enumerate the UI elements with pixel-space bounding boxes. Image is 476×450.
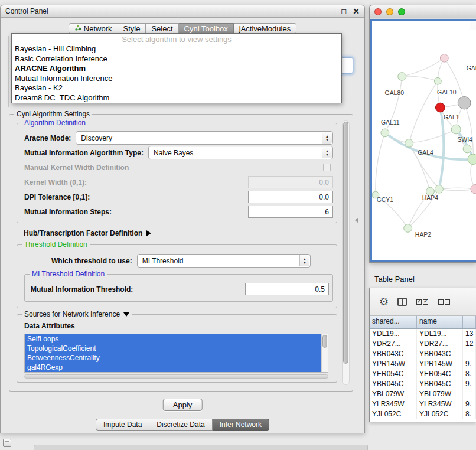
collapse-arrow-icon[interactable] — [123, 312, 129, 317]
manual-kernel-checkbox[interactable] — [323, 164, 331, 171]
network-node[interactable] — [458, 97, 471, 109]
table-cell[interactable]: YLR345W — [370, 399, 417, 409]
table-cell[interactable] — [463, 349, 476, 359]
network-edge[interactable] — [376, 133, 385, 195]
network-node-gal11[interactable] — [381, 129, 389, 137]
table-row[interactable]: YDL19...YDL19...13 — [370, 329, 476, 339]
network-window-titlebar[interactable] — [370, 5, 476, 18]
minimize-traffic-light-icon[interactable] — [386, 8, 393, 15]
table-cell[interactable]: YJL052C — [417, 409, 463, 419]
table-cell[interactable]: YJL052C — [370, 409, 417, 419]
network-node-gal1[interactable] — [451, 125, 461, 134]
table-row[interactable]: YPR145WYPR145W9. — [370, 359, 476, 369]
minimized-panel-icon[interactable] — [3, 439, 11, 447]
algorithm-option[interactable]: Mutual Information Inference — [12, 74, 341, 84]
table-cell[interactable]: YBR043C — [370, 349, 417, 359]
attribute-list-item[interactable]: gal4RGexp — [25, 363, 321, 372]
table-cell[interactable] — [463, 389, 476, 399]
table-cell[interactable]: 9. — [463, 379, 476, 389]
apply-button[interactable]: Apply — [163, 399, 203, 411]
attribute-list-hscrollbar[interactable] — [24, 374, 328, 379]
mi-type-select[interactable]: Naive Bayes ▲▼ — [148, 146, 333, 159]
table-cell[interactable]: 9. — [463, 359, 476, 369]
attribute-list-item[interactable]: BetweennessCentrality — [25, 353, 321, 363]
table-cell[interactable]: YDL19... — [417, 329, 463, 339]
network-node[interactable] — [435, 185, 443, 193]
table-cell[interactable]: YLR345W — [417, 399, 463, 409]
network-node[interactable] — [435, 103, 445, 112]
network-node-gal10[interactable] — [434, 77, 441, 84]
table-cell[interactable]: YDR27... — [417, 339, 463, 349]
table-cell[interactable]: YBR043C — [417, 349, 463, 359]
table-cell[interactable]: 8. — [463, 369, 476, 379]
gear-icon[interactable]: ⚙ — [379, 296, 389, 307]
table-cell[interactable]: YER054C — [417, 369, 463, 379]
network-node[interactable] — [468, 154, 476, 165]
select-all-icon[interactable]: ✓✓ — [416, 299, 429, 305]
table-row[interactable]: YJL052CYJL052C8. — [370, 409, 476, 419]
network-edge[interactable] — [439, 189, 475, 190]
network-node[interactable] — [471, 184, 476, 194]
which-threshold-select[interactable]: MI Threshold ▲▼ — [137, 254, 311, 268]
table-cell[interactable]: YER054C — [370, 369, 417, 379]
zoom-traffic-light-icon[interactable] — [398, 8, 405, 15]
columns-icon[interactable] — [397, 298, 407, 306]
scrollbar-thumb[interactable] — [322, 335, 327, 348]
aracne-mode-select[interactable]: Discovery ▲▼ — [76, 131, 333, 145]
deselect-all-icon[interactable] — [438, 299, 451, 305]
sources-group-title[interactable]: Sources for Network Inference — [22, 310, 132, 318]
table-cell[interactable]: YBL079W — [417, 389, 463, 399]
network-edge[interactable] — [444, 58, 464, 103]
hub-definition-toggle[interactable]: Hub/Transcription Factor Definition — [24, 229, 337, 237]
network-node-gal4[interactable] — [405, 139, 413, 148]
close-window-icon[interactable]: ✕ — [353, 7, 360, 15]
algorithm-option[interactable]: Dream8 DC_TDC Algorithm — [12, 93, 341, 103]
algorithm-option[interactable]: Bayesian - Hill Climbing — [12, 44, 341, 54]
column-header-partial[interactable] — [463, 316, 476, 328]
table-cell[interactable]: 9. — [463, 399, 476, 409]
column-header-shared-name[interactable]: shared... — [370, 316, 417, 328]
tab-impute-data[interactable]: Impute Data — [96, 419, 149, 431]
tab-infer-network[interactable]: Infer Network — [213, 419, 269, 431]
table-cell[interactable]: 8. — [463, 409, 476, 419]
attribute-list-item[interactable]: SelfLoops — [25, 334, 321, 344]
algorithm-option[interactable]: Basic Correlation Inference — [12, 54, 341, 64]
table-row[interactable]: YBL079WYBL079W — [370, 389, 476, 399]
float-window-icon[interactable]: ◻ — [341, 8, 347, 15]
expand-arrow-icon[interactable] — [146, 230, 151, 236]
attribute-list-scrollbar[interactable] — [321, 334, 328, 372]
algorithm-option[interactable]: ARACNE Algorithm — [12, 64, 341, 74]
control-panel-titlebar[interactable]: Control Panel ◻ ✕ — [1, 5, 364, 18]
table-row[interactable]: YBR045CYBR045C9. — [370, 379, 476, 389]
mi-steps-input[interactable] — [248, 206, 333, 218]
dpi-tolerance-input[interactable] — [248, 191, 333, 203]
data-attributes-list[interactable]: SelfLoopsTopologicalCoefficientBetweenne… — [24, 334, 328, 373]
kernel-width-input[interactable] — [248, 176, 333, 188]
tab-discretize-data[interactable]: Discretize Data — [149, 419, 212, 431]
settings-scrollbar[interactable] — [342, 120, 350, 385]
algorithm-option[interactable]: Bayesian - K2 — [12, 83, 341, 93]
network-canvas[interactable]: GAL80GAL10GAL11GAL1SWI4GAL4HAP4GCY1HAP2G… — [372, 21, 476, 260]
table-cell[interactable]: YBL079W — [370, 389, 417, 399]
table-cell[interactable]: 13 — [463, 329, 476, 339]
network-edge[interactable] — [402, 76, 438, 81]
network-node-hap2[interactable] — [404, 224, 412, 233]
network-node-gal80[interactable] — [398, 73, 406, 81]
table-cell[interactable]: YBR045C — [417, 379, 463, 389]
table-cell[interactable]: YDR27... — [370, 339, 417, 349]
table-cell[interactable]: YDL19... — [370, 329, 417, 339]
table-cell[interactable]: YBR045C — [370, 379, 417, 389]
attribute-list-item[interactable]: TopologicalCoefficient — [25, 344, 321, 353]
table-cell[interactable]: 12 — [463, 339, 476, 349]
network-edge[interactable] — [409, 81, 438, 143]
network-node-swi4[interactable] — [463, 145, 471, 153]
table-cell[interactable]: YPR145W — [417, 359, 463, 369]
column-header-name[interactable]: name — [417, 316, 463, 328]
table-cell[interactable]: YPR145W — [370, 359, 417, 369]
panel-collapse-arrow-icon[interactable] — [355, 217, 358, 223]
mi-threshold-input[interactable] — [245, 283, 329, 295]
network-edge[interactable] — [409, 129, 457, 143]
network-node[interactable] — [440, 54, 448, 62]
table-row[interactable]: YBR043CYBR043C — [370, 349, 476, 359]
close-traffic-light-icon[interactable] — [374, 8, 382, 15]
